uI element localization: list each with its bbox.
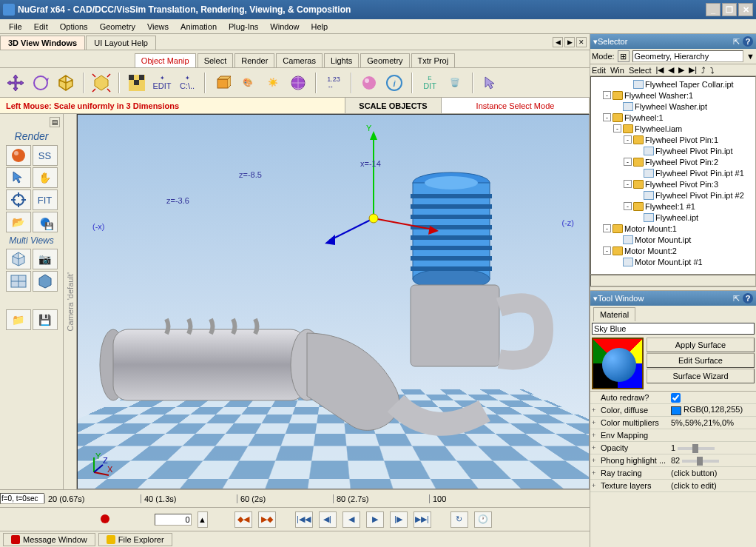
property-value[interactable]: RGB(0,128,255) — [671, 405, 755, 415]
render-sphere-button[interactable] — [6, 145, 31, 166]
expand-icon[interactable]: + — [592, 419, 601, 426]
sel-win[interactable]: Win — [610, 66, 624, 75]
folder-yellow-button[interactable]: 📁 — [6, 309, 31, 330]
tree-item[interactable]: Flywheel Pivot Pin.ipt #1 — [593, 167, 754, 178]
frame-up-icon[interactable]: ▲ — [198, 511, 208, 528]
loop-icon[interactable]: ↻ — [450, 511, 468, 528]
camera-button[interactable]: 📷 — [33, 249, 58, 269]
property-value[interactable]: 5%,59%,21%,0% — [671, 418, 755, 427]
tree-item[interactable]: -Flywheel:1 #1 — [593, 201, 754, 212]
tree-item[interactable]: -Motor Mount:1 — [593, 223, 754, 234]
mode-select[interactable]: Geometry, Hierarchy — [632, 50, 744, 62]
pan-hand-button[interactable]: ✋ — [33, 167, 58, 188]
expand-icon[interactable]: + — [592, 482, 601, 489]
property-value[interactable]: 1 — [671, 443, 755, 452]
scale-tool-icon[interactable] — [55, 72, 77, 94]
tab-3d-view[interactable]: 3D View Windows — [0, 36, 85, 50]
panel-pin-icon[interactable]: ⇱ — [731, 293, 741, 303]
tab-file-explorer[interactable]: File Explorer — [98, 533, 172, 546]
goto-end-icon[interactable]: ▶▶| — [414, 511, 431, 528]
tree-hscroll[interactable] — [590, 275, 756, 286]
scale-uniform-icon[interactable] — [90, 72, 112, 94]
play-forward-icon[interactable]: ▶ — [366, 511, 384, 528]
edit-star-icon[interactable]: EDIT — [419, 72, 441, 94]
tree-toggle-icon[interactable]: - — [603, 113, 611, 121]
sel-nav-up-icon[interactable]: ⤴ — [701, 66, 706, 75]
3d-viewport[interactable]: Y z=-8.5 z=-3.6 x=-14 (-x) (-z) Y X Z — [77, 114, 590, 489]
tree-item[interactable]: -Flywheel Pivot Pin:3 — [593, 178, 754, 189]
stab-object-manip[interactable]: Object Manip — [135, 53, 196, 67]
cl-icon[interactable]: ✦C:\.. — [176, 72, 198, 94]
goto-start-icon[interactable]: |◀◀ — [295, 511, 313, 528]
stab-txtrproj[interactable]: Txtr Proj — [411, 53, 456, 67]
tree-item[interactable]: -Flywheel:1 — [593, 112, 754, 123]
checker-1-icon[interactable] — [126, 72, 148, 94]
key-prev-icon[interactable]: ◆◀ — [234, 511, 252, 528]
view-cube-1-button[interactable] — [6, 249, 31, 269]
expand-icon[interactable]: + — [592, 444, 601, 452]
color-swatch[interactable] — [671, 406, 681, 415]
tree-item[interactable]: Flywheel Taper Collar.ipt — [593, 78, 754, 90]
sel-nav-down-icon[interactable]: ⤵ — [710, 66, 715, 75]
menu-plugins[interactable]: Plug-Ins — [223, 21, 264, 33]
property-row[interactable]: +Color multipliers5%,59%,21%,0% — [590, 417, 756, 429]
mode-dropdown-icon[interactable]: ▼ — [746, 52, 755, 61]
tree-toggle-icon[interactable]: - — [603, 246, 611, 255]
timeline-frame-input[interactable] — [0, 493, 44, 504]
tree-toggle-icon[interactable]: - — [603, 224, 611, 232]
menu-geometry[interactable]: Geometry — [94, 21, 141, 33]
hierarchy-tree[interactable]: Flywheel Taper Collar.ipt-Flywheel Washe… — [590, 76, 756, 275]
view-grid-button[interactable] — [6, 271, 31, 292]
tree-item[interactable]: -Flywheel Pivot Pin:2 — [593, 156, 754, 167]
tree-toggle-icon[interactable]: - — [624, 202, 632, 210]
trash-icon[interactable]: 🗑️ — [444, 72, 466, 94]
edit-surface-button[interactable]: Edit Surface — [647, 353, 755, 368]
menu-options[interactable]: Options — [54, 21, 94, 33]
sel-nav-next-icon[interactable]: ▶ — [678, 65, 684, 75]
property-row[interactable]: +Opacity1 — [590, 442, 756, 454]
sel-nav-first-icon[interactable]: |◀ — [656, 65, 664, 75]
sun-icon[interactable]: ☀️ — [262, 72, 284, 94]
folder-open-button[interactable]: 📂 — [6, 212, 31, 232]
sel-nav-last-icon[interactable]: ▶| — [689, 65, 697, 75]
property-value[interactable] — [671, 392, 755, 403]
menu-animation[interactable]: Animation — [175, 21, 223, 33]
timeline[interactable]: 20 (0.67s) 40 (1.3s) 60 (2s) 80 (2.7s) 1… — [0, 489, 590, 507]
minimize-button[interactable]: _ — [706, 3, 720, 16]
tree-toggle-icon[interactable]: - — [624, 158, 632, 166]
stab-cameras[interactable]: Cameras — [276, 53, 323, 67]
menu-edit[interactable]: Edit — [28, 21, 54, 33]
mode-icon[interactable]: ⊞ — [618, 50, 630, 62]
maximize-button[interactable]: ❐ — [722, 3, 737, 16]
toolbox-menu-icon[interactable]: ▤ — [50, 117, 60, 127]
target-button[interactable] — [6, 189, 31, 210]
material-name-field[interactable]: Sky Blue — [592, 323, 755, 335]
property-row[interactable]: +Texture layers(click to edit) — [590, 480, 756, 492]
fit-button[interactable]: FIT — [33, 189, 58, 210]
tab-scroll-right-icon[interactable]: ▶ — [564, 37, 575, 47]
view-cube-2-button[interactable] — [33, 271, 58, 292]
stab-select[interactable]: Select — [198, 53, 234, 67]
save-disk-button[interactable]: 💾 — [33, 309, 58, 330]
auto-redraw-checkbox[interactable] — [671, 393, 681, 403]
tree-item[interactable]: Flywheel Washer.ipt — [593, 101, 754, 112]
tree-item[interactable]: -Motor Mount:2 — [593, 245, 754, 256]
property-row[interactable]: +Env Mapping — [590, 429, 756, 442]
property-value[interactable]: 82 — [671, 456, 755, 465]
panel-pin-icon[interactable]: ⇱ — [731, 36, 741, 47]
tab-close-icon[interactable]: ✕ — [576, 37, 587, 47]
expand-icon[interactable]: + — [592, 457, 601, 464]
edit-icon[interactable]: ✦EDIT — [151, 72, 173, 94]
info-icon[interactable]: i — [383, 72, 405, 94]
move-tool-icon[interactable] — [4, 72, 27, 94]
tree-item[interactable]: -Flywheel.iam — [593, 123, 754, 134]
slider[interactable] — [682, 460, 719, 463]
tree-item[interactable]: Flywheel.ipt — [593, 212, 754, 223]
globe-icon[interactable] — [287, 72, 309, 94]
clock-icon[interactable]: 🕐 — [474, 511, 492, 528]
save-sphere-button[interactable]: 🔵💾 — [33, 212, 58, 232]
record-marker-icon[interactable] — [98, 512, 113, 527]
tab-scroll-left-icon[interactable]: ◀ — [553, 37, 563, 47]
stab-lights[interactable]: Lights — [324, 53, 359, 67]
play-back-icon[interactable]: ◀ — [342, 511, 360, 528]
